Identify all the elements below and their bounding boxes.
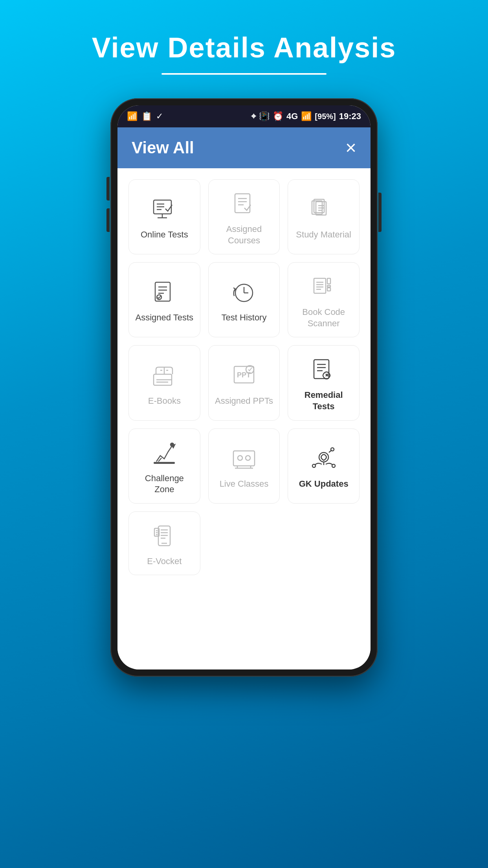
svg-rect-22	[314, 278, 326, 293]
grid-item-challenge-zone[interactable]: Challenge Zone	[128, 428, 200, 504]
svg-rect-27	[327, 278, 330, 284]
power-button	[378, 193, 382, 232]
grid-item-test-history[interactable]: Test History	[208, 262, 280, 337]
online-tests-icon	[150, 196, 178, 224]
app-header: View All ×	[117, 127, 371, 168]
battery-icon: [95%]	[315, 112, 336, 121]
svg-rect-43	[233, 451, 255, 466]
assigned-tests-label: Assigned Tests	[136, 312, 194, 324]
location-icon: ⌖	[251, 111, 256, 121]
grid-item-remedial-tests[interactable]: Remedial Tests	[288, 345, 360, 420]
challenge-zone-label: Challenge Zone	[135, 473, 194, 495]
grid-item-live-classes[interactable]: Live Classes	[208, 428, 280, 504]
remedial-tests-icon	[310, 357, 338, 384]
wifi-icon: 📶	[127, 111, 138, 121]
e-vocket-icon	[150, 523, 178, 550]
grid-item-study-material[interactable]: Study Material	[288, 179, 360, 254]
volume-up-button	[106, 177, 110, 200]
svg-rect-42	[154, 462, 175, 464]
vibrate-icon: 📳	[259, 111, 270, 121]
svg-rect-29	[327, 288, 330, 291]
study-material-icon	[310, 196, 338, 224]
challenge-zone-icon	[150, 440, 178, 467]
book-code-scanner-icon	[310, 274, 338, 301]
study-material-label: Study Material	[296, 229, 351, 241]
signal-bars-icon: 📶	[301, 111, 312, 121]
title-underline	[161, 73, 327, 75]
status-left-icons: 📶 📋 ✓	[127, 111, 163, 121]
svg-point-47	[238, 456, 242, 460]
svg-rect-28	[327, 285, 330, 287]
volume-down-button	[106, 208, 110, 232]
signal-label: 4G	[286, 111, 298, 121]
grid-item-online-tests[interactable]: Online Tests	[128, 179, 200, 254]
remedial-tests-label: Remedial Tests	[294, 390, 353, 412]
e-vocket-label: E-Vocket	[147, 556, 182, 567]
svg-text:PPT: PPT	[237, 371, 251, 379]
svg-point-52	[312, 464, 316, 467]
header-title: View All	[132, 138, 194, 157]
check-icon: ✓	[156, 111, 163, 121]
book-code-scanner-label: Book Code Scanner	[294, 307, 353, 329]
grid-item-e-vocket[interactable]: E-Vocket	[128, 511, 200, 576]
gk-updates-label: GK Updates	[299, 478, 349, 490]
live-classes-label: Live Classes	[220, 478, 269, 490]
svg-point-53	[332, 464, 335, 467]
alarm-icon: ⏰	[273, 111, 283, 121]
grid-item-assigned-courses[interactable]: Assigned Courses	[208, 179, 280, 254]
svg-point-48	[246, 456, 250, 460]
grid-item-assigned-ppts[interactable]: PPT Assigned PPTs	[208, 345, 280, 420]
grid-item-book-code-scanner[interactable]: Book Code Scanner	[288, 262, 360, 337]
online-tests-label: Online Tests	[141, 229, 188, 241]
gk-updates-icon	[310, 445, 338, 473]
phone-screen: 📶 📋 ✓ ⌖ 📳 ⏰ 4G 📶 [95%] 19:23 View All ×	[117, 105, 371, 669]
clock-display: 19:23	[339, 111, 361, 121]
bottom-white-space	[117, 591, 371, 669]
live-classes-icon	[230, 445, 258, 473]
assigned-tests-icon	[150, 279, 178, 307]
assigned-courses-icon	[230, 191, 258, 218]
status-right-icons: ⌖ 📳 ⏰ 4G 📶 [95%] 19:23	[251, 111, 361, 121]
e-books-icon	[150, 362, 178, 390]
notification-icon: 📋	[141, 111, 152, 121]
svg-point-51	[331, 448, 334, 451]
assigned-ppts-label: Assigned PPTs	[215, 395, 273, 407]
status-bar: 📶 📋 ✓ ⌖ 📳 ⏰ 4G 📶 [95%] 19:23	[117, 105, 371, 127]
test-history-label: Test History	[222, 312, 267, 324]
test-history-icon	[230, 279, 258, 307]
grid-item-assigned-tests[interactable]: Assigned Tests	[128, 262, 200, 337]
close-button[interactable]: ×	[345, 138, 356, 157]
battery-percent: 95%	[317, 112, 333, 121]
grid-item-gk-updates[interactable]: GK Updates	[288, 428, 360, 504]
page-title: View Details Analysis	[92, 31, 396, 64]
assigned-courses-label: Assigned Courses	[215, 224, 273, 246]
menu-grid: Online Tests Assigned Courses	[117, 168, 371, 591]
phone-frame: 📶 📋 ✓ ⌖ 📳 ⏰ 4G 📶 [95%] 19:23 View All ×	[110, 98, 378, 677]
assigned-ppts-icon: PPT	[230, 362, 258, 390]
grid-item-e-books[interactable]: E-Books	[128, 345, 200, 420]
e-books-label: E-Books	[148, 395, 181, 407]
